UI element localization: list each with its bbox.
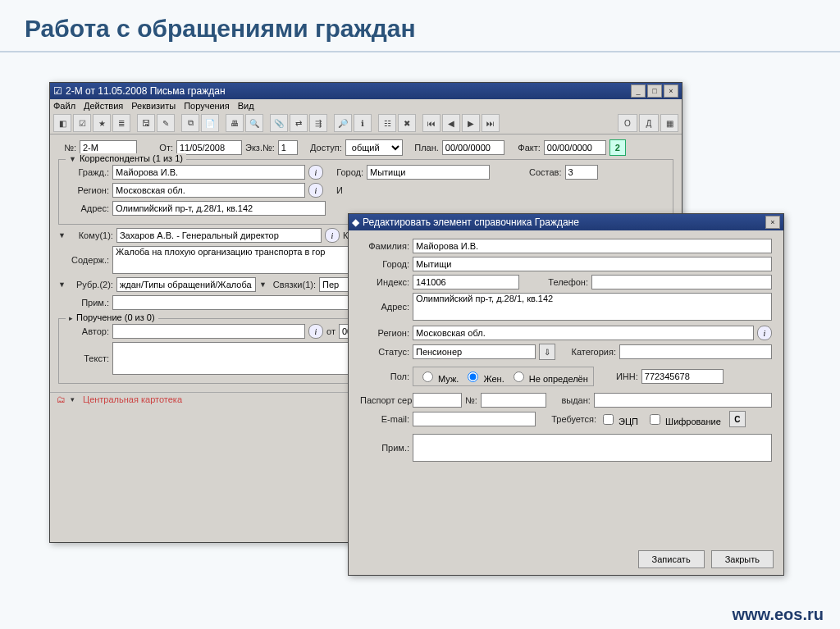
encrypt-checkbox[interactable]: Шифрование bbox=[646, 412, 721, 427]
tb-star-icon[interactable]: ★ bbox=[93, 114, 111, 132]
surname-field[interactable] bbox=[413, 239, 772, 253]
nav-last-icon[interactable]: ⏭ bbox=[482, 114, 500, 132]
copy-field[interactable] bbox=[278, 140, 298, 155]
count-badge[interactable]: 2 bbox=[609, 139, 626, 156]
close-button[interactable]: × bbox=[664, 84, 678, 98]
collapse-rubr-icon[interactable]: ▼ bbox=[58, 280, 66, 289]
info-icon-author[interactable]: i bbox=[308, 324, 323, 339]
index-field[interactable] bbox=[413, 275, 519, 289]
tb-search-icon[interactable]: 🔎 bbox=[334, 114, 352, 132]
main-window-title: 2-М от 11.05.2008 Письма граждан bbox=[62, 85, 629, 97]
tb-save-icon[interactable]: 🖫 bbox=[137, 114, 155, 132]
tb-doc-icon[interactable]: ☑ bbox=[73, 114, 91, 132]
tb-print-icon[interactable]: 🖶 bbox=[226, 114, 244, 132]
sostav-label: Состав: bbox=[529, 167, 562, 177]
city-field[interactable] bbox=[367, 165, 490, 180]
note-label: Прим.: bbox=[58, 298, 109, 308]
d-note-label: Прим.: bbox=[360, 443, 409, 453]
tb-new-icon[interactable]: ◧ bbox=[53, 114, 71, 132]
d-region-field[interactable] bbox=[413, 326, 754, 340]
tb-route-icon[interactable]: ⇶ bbox=[309, 114, 327, 132]
menu-actions[interactable]: Действия bbox=[84, 101, 123, 111]
tb-card-icon[interactable]: ☷ bbox=[378, 114, 396, 132]
menu-props[interactable]: Реквизиты bbox=[131, 101, 176, 111]
status-label: Статус: bbox=[360, 347, 409, 357]
inn-field[interactable] bbox=[641, 369, 724, 384]
d-note-field[interactable] bbox=[413, 434, 772, 462]
toolbar: ◧ ☑ ★ ≣ 🖫 ✎ ⧉ 📄 🖶 🔍 📎 ⇄ ⇶ 🔎 ℹ ☷ ✖ ⏮ ◀ ▶ … bbox=[50, 112, 682, 134]
info-icon-region[interactable]: i bbox=[757, 326, 772, 340]
phone-field[interactable] bbox=[591, 275, 772, 289]
category-label: Категория: bbox=[559, 347, 616, 357]
content-field[interactable]: Жалоба на плохую организацию транспорта … bbox=[112, 246, 358, 274]
tb-edit-icon[interactable]: ✎ bbox=[157, 114, 175, 132]
tb-del-icon[interactable]: ✖ bbox=[398, 114, 416, 132]
sostav-field[interactable] bbox=[565, 165, 598, 180]
copy-label: Экз.№: bbox=[245, 143, 275, 153]
status-field[interactable] bbox=[413, 344, 536, 359]
from-field[interactable] bbox=[176, 140, 242, 155]
d-city-field[interactable] bbox=[413, 257, 772, 271]
whom-field[interactable] bbox=[116, 228, 322, 243]
tb-o-button[interactable]: О bbox=[618, 114, 637, 132]
sex-female-radio[interactable]: Жен. bbox=[463, 369, 504, 384]
tb-info-icon[interactable]: ℹ bbox=[354, 114, 372, 132]
passport-issued-field[interactable] bbox=[594, 393, 772, 408]
dialog-close-button[interactable]: × bbox=[765, 216, 780, 229]
menubar: Файл Действия Реквизиты Поручения Вид bbox=[50, 99, 682, 112]
nav-first-icon[interactable]: ⏮ bbox=[422, 114, 441, 132]
menu-file[interactable]: Файл bbox=[53, 101, 75, 111]
plan-label: План. bbox=[406, 143, 439, 153]
status-collapse-icon[interactable]: ▾ bbox=[71, 395, 75, 403]
info-icon[interactable]: i bbox=[308, 165, 323, 180]
maximize-button[interactable]: □ bbox=[647, 84, 662, 98]
sex-undef-radio[interactable]: Не определён bbox=[509, 369, 588, 384]
note-field[interactable] bbox=[112, 295, 358, 310]
collapse-task-icon[interactable]: ▸ bbox=[69, 314, 73, 322]
tb-extra-icon[interactable]: ▦ bbox=[660, 114, 678, 132]
minimize-button[interactable]: _ bbox=[631, 84, 646, 98]
author-field[interactable] bbox=[112, 324, 305, 339]
collapse-links-icon[interactable]: ▼ bbox=[259, 280, 267, 289]
collapse-icon[interactable]: ▼ bbox=[69, 155, 76, 163]
category-field[interactable] bbox=[619, 344, 772, 359]
tb-link-icon[interactable]: ⇄ bbox=[290, 114, 308, 132]
rubr-field[interactable] bbox=[116, 277, 256, 292]
tb-attach-icon[interactable]: 📎 bbox=[270, 114, 288, 132]
address-field[interactable] bbox=[112, 201, 326, 216]
tb-list-icon[interactable]: ≣ bbox=[112, 114, 130, 132]
info-icon-2[interactable]: i bbox=[308, 183, 323, 198]
eds-checkbox[interactable]: ЭЦП bbox=[600, 412, 638, 427]
fact-field[interactable] bbox=[544, 140, 606, 155]
citizen-field[interactable] bbox=[112, 165, 305, 180]
menu-tasks[interactable]: Поручения bbox=[184, 101, 230, 111]
save-button[interactable]: Записать bbox=[638, 550, 705, 568]
sex-male-radio[interactable]: Муж. bbox=[418, 369, 459, 384]
d-region-label: Регион: bbox=[360, 328, 409, 338]
tb-d-button[interactable]: Д bbox=[639, 114, 659, 132]
access-select[interactable]: общий bbox=[345, 139, 403, 156]
c-button[interactable]: С bbox=[729, 411, 746, 427]
close-button-dialog[interactable]: Закрыть bbox=[711, 550, 774, 568]
region-field[interactable] bbox=[112, 183, 305, 198]
links-label: Связки(1): bbox=[273, 280, 316, 289]
task-title: Поручение (0 из 0) bbox=[76, 312, 155, 322]
task-text-field[interactable] bbox=[112, 342, 358, 375]
region-extra-label: И bbox=[326, 185, 343, 195]
info-icon-whom[interactable]: i bbox=[325, 228, 340, 243]
tb-copy-icon[interactable]: ⧉ bbox=[181, 114, 199, 132]
menu-view[interactable]: Вид bbox=[238, 101, 254, 111]
tb-preview-icon[interactable]: 🔍 bbox=[245, 114, 263, 132]
d-address-field[interactable]: Олимпийский пр-т, д.28/1, кв.142 bbox=[413, 293, 772, 321]
passport-no-field[interactable] bbox=[481, 393, 546, 408]
tb-paste-icon[interactable]: 📄 bbox=[201, 114, 219, 132]
passport-series-field[interactable] bbox=[413, 393, 462, 408]
author-label: Автор: bbox=[64, 326, 109, 336]
nav-prev-icon[interactable]: ◀ bbox=[442, 114, 460, 132]
email-field[interactable] bbox=[413, 412, 536, 426]
plan-field[interactable] bbox=[442, 140, 504, 155]
nav-next-icon[interactable]: ▶ bbox=[462, 114, 480, 132]
passport-no-label: №: bbox=[465, 395, 477, 405]
collapse-whom-icon[interactable]: ▼ bbox=[58, 231, 66, 239]
status-pick-button[interactable]: ⇩ bbox=[539, 344, 555, 360]
